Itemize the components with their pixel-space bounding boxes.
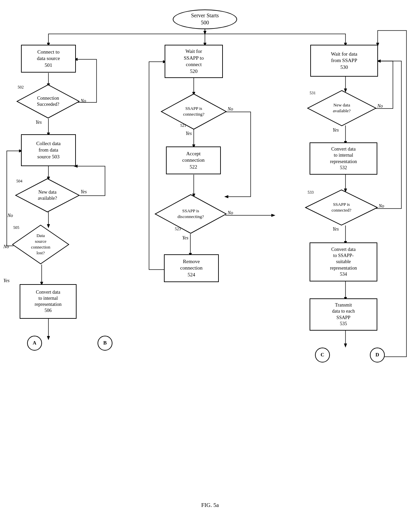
label-502-no: No <box>81 98 86 104</box>
node-523: SSAPP isdisconnecting? 523 <box>154 194 227 234</box>
node-505: Datasourceconnectionlost? 505 <box>12 224 69 264</box>
node-C: C <box>315 348 330 362</box>
label-504-no: No <box>7 213 13 218</box>
node-533: SSAPP isconnected? 533 <box>305 189 378 226</box>
flowchart-diagram: Server Starts 500 Connect todata source5… <box>0 0 420 519</box>
node-532: Convert datato internalrepresentation532 <box>310 142 377 175</box>
label-505-yes: Yes <box>3 278 9 283</box>
figure-label: FIG. 5a <box>201 502 219 509</box>
node-502: ConnectionSucceeded? 502 <box>16 84 80 119</box>
label-502-yes: Yes <box>36 120 42 125</box>
node-B: B <box>98 336 112 351</box>
label-533-yes: Yes <box>333 227 339 232</box>
label-523-yes: Yes <box>182 235 188 241</box>
label-531-no: No <box>377 103 383 109</box>
node-524: Removeconnection524 <box>164 254 219 282</box>
label-504-yes: Yes <box>81 189 87 195</box>
node-535: Transmitdata to eachSSAPP535 <box>310 298 377 331</box>
node-531: New dataavailable? 531 <box>307 90 377 126</box>
node-503: Collect datafrom datasource 503 <box>21 134 76 166</box>
label-521-yes: Yes <box>186 131 192 136</box>
node-504: New dataavailable? 504 <box>15 178 80 213</box>
label-521-no: No <box>228 106 233 112</box>
node-530: Wait for datafrom SSAPP530 <box>310 45 378 77</box>
node-534: Convert datato SSAPP-suitablerepresentat… <box>310 242 377 281</box>
label-533-no: No <box>379 203 384 209</box>
node-522: Acceptconnection522 <box>166 146 221 174</box>
node-D: D <box>370 348 385 362</box>
label-531-yes: Yes <box>333 127 339 133</box>
node-520: Wait forSSAPP toconnect520 <box>165 45 223 78</box>
node-506: Convert datato internalrepresentation506 <box>20 284 77 319</box>
node-501: Connect todata source501 <box>21 45 76 73</box>
label-523-no: No <box>228 210 233 216</box>
server-starts-node: Server Starts 500 <box>173 9 237 29</box>
label-505-no: No <box>3 244 9 250</box>
node-521: SSAPP isconnecting? 521 <box>161 93 227 130</box>
node-A: A <box>27 336 42 351</box>
